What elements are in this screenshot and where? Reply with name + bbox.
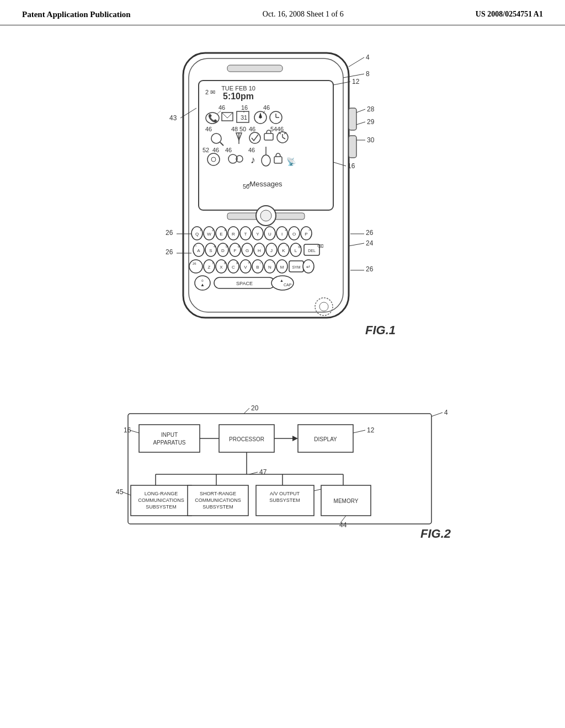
svg-text:50: 50 — [243, 183, 249, 190]
svg-text:J: J — [270, 248, 273, 253]
svg-text:31: 31 — [241, 114, 247, 121]
svg-rect-155 — [349, 108, 356, 130]
svg-text:C: C — [232, 265, 235, 270]
svg-text:8: 8 — [366, 70, 370, 78]
svg-text:T: T — [244, 232, 247, 237]
svg-text:A: A — [197, 248, 200, 253]
svg-text:16: 16 — [348, 162, 355, 170]
svg-line-159 — [356, 122, 365, 125]
svg-text:X: X — [220, 265, 223, 270]
svg-rect-3 — [199, 81, 333, 210]
svg-text:O: O — [292, 232, 296, 237]
patent-publication-label: Patent Application Publication — [22, 10, 131, 19]
svg-text:26: 26 — [193, 262, 196, 265]
svg-text:Q: Q — [195, 232, 199, 237]
svg-line-183 — [244, 408, 249, 414]
svg-point-154 — [260, 210, 271, 221]
svg-text:4: 4 — [444, 409, 448, 416]
svg-text:20: 20 — [251, 404, 259, 412]
svg-text:43: 43 — [169, 114, 177, 122]
svg-text:⌫: ⌫ — [317, 244, 323, 249]
svg-text:46: 46 — [205, 126, 212, 132]
svg-text:46: 46 — [225, 147, 232, 153]
svg-text:46: 46 — [218, 104, 225, 111]
svg-text:M: M — [280, 265, 284, 270]
svg-text:P: P — [305, 232, 307, 237]
svg-text:FIG.1: FIG.1 — [365, 323, 396, 337]
svg-text:46: 46 — [263, 104, 270, 111]
svg-text:SUBSYSTEM: SUBSYSTEM — [269, 497, 300, 503]
svg-text:12: 12 — [367, 426, 375, 434]
svg-text:TUE FEB 10: TUE FEB 10 — [221, 85, 255, 92]
svg-text:46: 46 — [249, 126, 255, 132]
svg-text:47: 47 — [259, 468, 267, 476]
svg-text:30: 30 — [367, 136, 375, 144]
sheet-info: Oct. 16, 2008 Sheet 1 of 6 — [263, 10, 344, 19]
svg-text:MEMORY: MEMORY — [334, 498, 359, 504]
svg-text:50: 50 — [239, 126, 246, 132]
svg-text:46: 46 — [277, 126, 284, 132]
svg-text:E: E — [220, 232, 222, 237]
page-header: Patent Application Publication Oct. 16, … — [0, 0, 565, 25]
svg-line-167 — [349, 243, 364, 246]
svg-text:FIG.2: FIG.2 — [420, 527, 451, 540]
svg-text:52: 52 — [202, 147, 209, 153]
svg-text:4: 4 — [366, 53, 370, 61]
svg-text:W: W — [207, 232, 211, 237]
fig1-drawing: text { font-family: Arial, sans-serif; }… — [95, 36, 470, 378]
svg-text:46: 46 — [248, 147, 255, 153]
svg-rect-156 — [349, 136, 356, 158]
svg-text:U: U — [268, 232, 271, 237]
svg-text:B: B — [256, 265, 259, 270]
svg-rect-2 — [227, 65, 282, 72]
svg-text:5:10pm: 5:10pm — [223, 92, 254, 101]
svg-text:44: 44 — [339, 521, 347, 529]
svg-text:': ' — [272, 261, 273, 265]
fig1-container: text { font-family: Arial, sans-serif; }… — [95, 36, 470, 381]
svg-text:COMMUNICATIONS: COMMUNICATIONS — [195, 497, 241, 503]
svg-text:46: 46 — [212, 147, 219, 153]
svg-text:24: 24 — [366, 239, 374, 247]
svg-text:D: D — [221, 248, 225, 253]
svg-text:45: 45 — [116, 488, 124, 496]
svg-text:Messages: Messages — [249, 180, 282, 188]
svg-text:S: S — [209, 248, 212, 253]
svg-text:N: N — [268, 265, 271, 270]
svg-text:V: V — [244, 265, 247, 270]
svg-text:K: K — [282, 248, 285, 253]
svg-text:APPARATUS: APPARATUS — [153, 440, 185, 446]
patent-number: US 2008/0254751 A1 — [476, 10, 543, 19]
svg-text:G: G — [246, 248, 249, 253]
svg-text:H: H — [258, 248, 261, 253]
svg-text:SUBSYSTEM: SUBSYSTEM — [202, 504, 233, 510]
svg-text:26: 26 — [166, 248, 173, 256]
svg-text:28: 28 — [367, 105, 375, 113]
svg-text:": " — [286, 245, 287, 248]
svg-text:CAP: CAP — [284, 283, 292, 287]
fig2-drawing: 4 20 INPUT APPARATUS 16 PROCESSOR DISPLA… — [95, 403, 470, 546]
svg-rect-185 — [139, 425, 200, 452]
svg-text:▲: ▲ — [280, 279, 284, 282]
svg-text:INPUT: INPUT — [161, 432, 178, 438]
svg-text:>: > — [308, 228, 311, 232]
svg-text:26: 26 — [166, 229, 173, 237]
svg-line-181 — [431, 413, 443, 416]
svg-text:SHORT-RANGE: SHORT-RANGE — [200, 491, 236, 496]
svg-text:': ' — [274, 245, 274, 248]
svg-text:Y: Y — [256, 232, 259, 237]
svg-text:SUBSYSTEM: SUBSYSTEM — [146, 504, 177, 510]
fig2-container: 4 20 INPUT APPARATUS 16 PROCESSOR DISPLA… — [95, 403, 470, 548]
svg-text:L: L — [295, 248, 297, 253]
svg-text:DISPLAY: DISPLAY — [314, 436, 337, 442]
svg-text:♪: ♪ — [250, 154, 255, 165]
svg-text:12: 12 — [352, 78, 360, 85]
main-content: text { font-family: Arial, sans-serif; }… — [0, 25, 565, 559]
svg-text:PROCESSOR: PROCESSOR — [229, 436, 264, 442]
svg-text:54: 54 — [270, 126, 277, 132]
svg-text:16: 16 — [241, 104, 248, 111]
svg-text:I: I — [281, 232, 282, 237]
svg-text:Z: Z — [208, 265, 211, 270]
svg-text:📡: 📡 — [286, 157, 296, 167]
svg-text:26: 26 — [366, 265, 374, 273]
svg-text:@: @ — [298, 245, 301, 248]
